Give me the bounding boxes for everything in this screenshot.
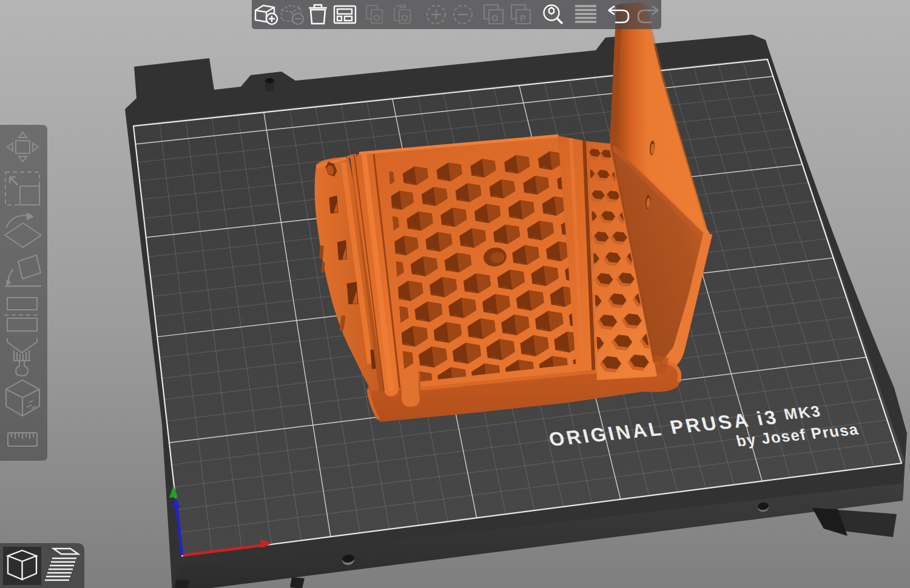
svg-text:P: P — [520, 13, 526, 23]
svg-text:O: O — [491, 13, 499, 23]
